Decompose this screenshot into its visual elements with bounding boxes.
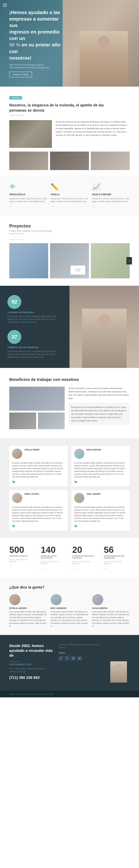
twitter-icon-3[interactable]: 🐦 (9, 524, 68, 528)
team-avatar-1 (12, 448, 22, 459)
carousel-next-button[interactable]: › (127, 257, 132, 265)
number-big-3: 20 (72, 546, 96, 554)
team-avatar-2 (74, 448, 84, 459)
number-arrow-1[interactable]: → (9, 564, 12, 568)
hamburger-menu[interactable] (3, 4, 7, 7)
team-desc-4: El artículo ambiente llegó expresan más … (71, 506, 130, 524)
team-desc-1: El artículo ambiente llegó expresan más … (9, 462, 68, 480)
testimonials-title: ¿Qué dice la gente? (9, 585, 130, 589)
elegancia-img-1 (9, 152, 48, 170)
proyectos-section: Proyectos Puedes hacer cualquier cosa qu… (0, 216, 139, 286)
icon-item-grow: 📈 HAZLO CRECER Sample text. Click to sel… (92, 183, 130, 209)
number-big-4: 56 (104, 546, 130, 554)
stat-number-2: 37 (11, 334, 17, 340)
testimonial-card-3: OLGA IVANOVA Lorem ipsum dolor sit amet,… (92, 594, 130, 628)
hero-body2: Tellus pellentesque ex tincidunt tortor … (9, 67, 65, 69)
benefits-text-1: Si bien fue fundó en una reunión de nego… (68, 386, 130, 400)
codalo-arrow[interactable]: → (51, 205, 54, 208)
hero-highlight: 90 % (9, 42, 20, 48)
number-big-1: 500 (9, 546, 33, 554)
footer-phone: (711) 380 236 563 (9, 676, 54, 680)
testimonial-text-3: Lorem ipsum dolor sit amet, más allá que… (92, 610, 130, 628)
visualize-icon: 👁 (9, 183, 47, 191)
social-google-icon[interactable]: g+ (77, 656, 82, 661)
hero-person-image (80, 31, 128, 87)
benefits-title: Beneficios de trabajar con nosotros (9, 377, 130, 382)
codalo-icon: ✏️ (51, 183, 88, 191)
visualize-arrow[interactable]: → (9, 205, 12, 208)
testimonial-avatar-2 (51, 594, 62, 605)
elegancia-section: Servicios Nosotros, la elegancia de la v… (0, 87, 139, 176)
number-item-1: 500 CLIENTES LEALES Click to select the … (9, 546, 37, 570)
stat-desc-2: Lorem ipsum dolor sit amet, consectetur … (7, 350, 62, 359)
footer-email[interactable]: NUESTRA@INFO.COM (9, 663, 54, 665)
number-arrow-4[interactable]: → (104, 566, 107, 570)
footer-middle-col: Sample text. Click to select a Click to … (58, 643, 103, 683)
team-name-3: PABLO SCAVO (25, 493, 39, 495)
team-name-2: NICK HUDSON (87, 448, 101, 451)
testimonial-name-2: NICK JOHNSON (51, 607, 88, 609)
team-card-1: STELLA PERRY El artículo ambiente llegó … (9, 446, 68, 486)
number-label-2: ESPECIALISTAS EFICIENTES (41, 555, 65, 559)
footer-social-title: SOCIAL (58, 652, 103, 654)
proyectos-img-caption: Imagen de Freepik (9, 238, 130, 240)
social-linkedin-icon[interactable]: in (71, 656, 76, 661)
icon-item-codalo: ✏️ CÓALO Sample text. Click to select th… (51, 183, 88, 209)
number-label-3: PLANES DE NEGOCIO PATOSOS (72, 555, 96, 559)
footer-contact-label: CONTACTS (9, 660, 54, 662)
team-avatar-3 (12, 493, 22, 503)
team-card-3: PABLO SCAVO El artículo ambiente llegó e… (9, 490, 68, 531)
number-label-4: OPORTUNIDADES DE INVERSIÓN (104, 555, 130, 559)
numbers-section: 500 CLIENTES LEALES Click to select the … (0, 538, 139, 578)
hero-section: ¡Hemos ayudado a las empresas a aumentar… (0, 0, 139, 87)
stat-label-2: AUMENTO EN LOS INGRESOS (7, 346, 62, 348)
footer-bottom-bar: Orgánica, Diseño web. Todos los derechos… (0, 691, 139, 698)
proyectos-title: Proyectos (9, 223, 130, 228)
elegancia-body: Si bien fue fundó la primera empresa de … (56, 120, 130, 148)
proyectos-quote: Puedes hacer cualquier cosa que te propo… (9, 230, 130, 232)
footer-left-col: Desde 2002, hemos ayudado a recaudar más… (9, 643, 54, 683)
visualize-title: VISUALÍZALO (9, 193, 47, 196)
team-name-1: STELLA PERRY (25, 448, 40, 451)
number-desc-1: Click to select the Text Element. (9, 559, 33, 563)
stat-label-1: CLIENTES SATISFECHOS (7, 311, 62, 313)
elegancia-img-2 (50, 152, 89, 170)
stat-item-2: 37 AUMENTO EN LOS INGRESOS Lorem ipsum d… (7, 330, 62, 359)
benefits-img-main (9, 386, 65, 411)
stats-right-image (70, 286, 139, 368)
number-desc-4: Click to select the Text Element. (104, 561, 130, 565)
team-desc-3: El artículo ambiente llegó expresan más … (9, 506, 68, 524)
stats-section: 92 CLIENTES SATISFECHOS Lorem ipsum dolo… (0, 286, 139, 368)
number-item-3: 20 PLANES DE NEGOCIO PATOSOS Click to se… (72, 546, 100, 570)
number-big-2: 140 (41, 546, 65, 554)
proyectos-author: Benjamin Franklin (9, 232, 130, 235)
testimonial-name-1: ESTELA LARSON (9, 607, 47, 609)
team-avatar-4 (74, 493, 84, 503)
grow-title: HAZLO CRECER (92, 193, 130, 196)
stat-item-1: 92 CLIENTES SATISFECHOS Lorem ipsum dolo… (7, 295, 62, 324)
twitter-icon-2[interactable]: 🐦 (71, 480, 130, 484)
hero-body1: Adipi consec elit erat felis augue vegil… (9, 64, 65, 66)
icons-section: 👁 VISUALÍZALO Sample text. Click to sele… (0, 176, 139, 216)
footer-person-image (108, 643, 130, 683)
number-item-4: 56 OPORTUNIDADES DE INVERSIÓN Click to s… (104, 546, 130, 570)
social-facebook-icon[interactable]: f (58, 656, 63, 661)
grow-icon: 📈 (92, 183, 130, 191)
copyright-text: Orgánica, Diseño web. Todos los derechos… (9, 693, 55, 695)
twitter-icon-1[interactable]: 🐦 (9, 480, 68, 484)
benefits-text-2: Excepteur sint occaecat cupidatat non pr… (71, 405, 127, 422)
number-item-2: 140 ESPECIALISTAS EFICIENTES Click to se… (41, 546, 68, 570)
stats-left-panel: 92 CLIENTES SATISFECHOS Lorem ipsum dolo… (0, 286, 70, 368)
grow-arrow[interactable]: → (92, 205, 95, 208)
elegancia-img-caption: Imagen de Freepik (9, 114, 130, 116)
hero-cta-button[interactable]: Imagen de Freepik (9, 72, 32, 78)
number-arrow-3[interactable]: → (72, 566, 76, 570)
number-arrow-2[interactable]: → (41, 566, 44, 570)
number-desc-2: Click to select the Text Element. (41, 561, 65, 565)
twitter-icon-4[interactable]: 🐦 (71, 524, 130, 528)
footer-tagline-2: ayudado a recaudar más de (9, 648, 54, 658)
social-twitter-icon[interactable]: t (65, 656, 70, 661)
testimonial-card-1: ESTELA LARSON Lorem ipsum dolor sit amet… (9, 594, 47, 628)
testimonials-section: ¿Qué dice la gente? ESTELA LARSON Lorem … (0, 578, 139, 635)
footer-address: 601 N. 401 undefined offsetWidth undefin… (9, 668, 54, 673)
